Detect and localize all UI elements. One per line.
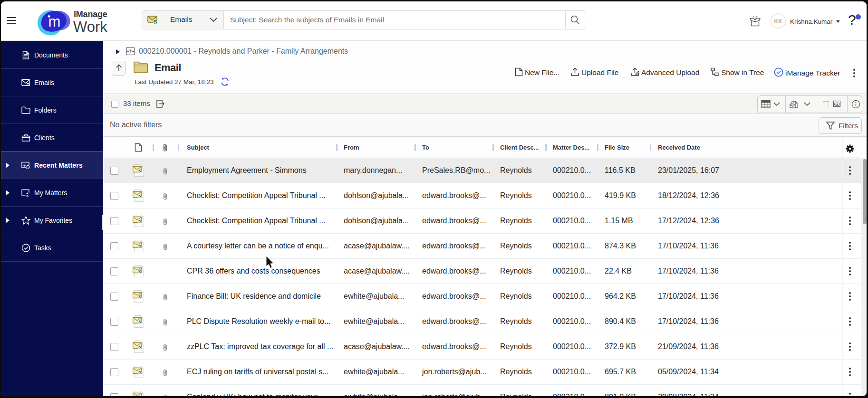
svg-text:m: m — [48, 13, 61, 30]
